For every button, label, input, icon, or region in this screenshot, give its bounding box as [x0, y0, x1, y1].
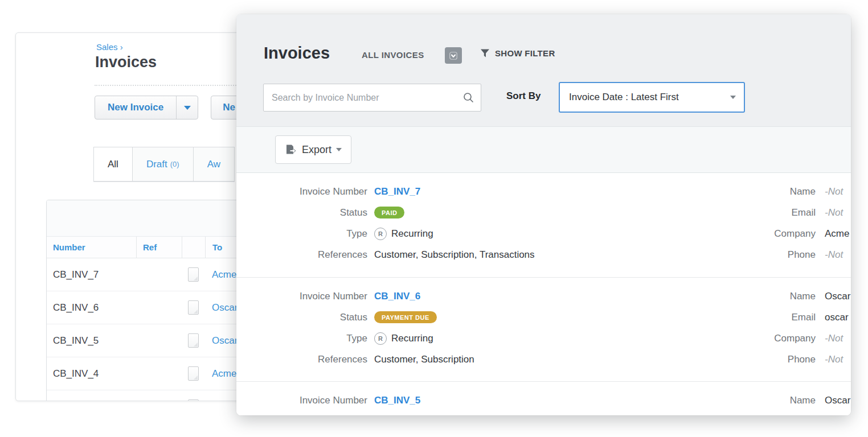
recurring-icon	[374, 332, 387, 345]
invoice-entry[interactable]: Invoice NumberCB_INV_7 StatusPAID TypeRe…	[236, 173, 851, 277]
document-icon	[188, 333, 199, 348]
page-title: Invoices	[95, 53, 157, 71]
field-label: Phone	[759, 354, 816, 365]
field-label: Company	[759, 228, 816, 240]
panel-title: Invoices	[264, 44, 330, 63]
document-icon	[188, 399, 199, 401]
field-label: References	[264, 354, 367, 365]
field-label: Email	[759, 207, 816, 218]
field-label: Status	[264, 312, 367, 323]
field-label: Name	[759, 395, 816, 406]
company-value: -Not	[825, 333, 843, 344]
field-label: Type	[264, 333, 367, 344]
field-label: Company	[759, 333, 816, 344]
caret-down-icon	[730, 96, 736, 99]
customer-link[interactable]: Acme	[212, 368, 236, 380]
invoice-number-link[interactable]: CB_INV_6	[374, 291, 420, 302]
invoice-number-link[interactable]: CB_INV_7	[374, 186, 420, 197]
new-invoice-label[interactable]: New Invoice	[95, 96, 176, 119]
col-header-ref[interactable]: Ref	[136, 237, 182, 258]
phone-value: -Not	[825, 354, 843, 365]
sort-by-label: Sort By	[506, 90, 541, 102]
invoice-entry[interactable]: Invoice NumberCB_INV_5 StatusPAYMENT DUE…	[236, 381, 851, 415]
export-icon	[285, 144, 297, 156]
field-label: References	[264, 249, 367, 261]
search-icon[interactable]	[463, 92, 474, 103]
field-label: Status	[264, 207, 367, 218]
name-value: Oscar	[825, 291, 850, 302]
new-invoice-dropdown[interactable]	[176, 96, 198, 119]
field-label: Invoice Number	[264, 186, 367, 197]
tab-all[interactable]: All	[93, 147, 133, 182]
customer-link[interactable]: Acme	[212, 269, 236, 281]
invoice-entry[interactable]: Invoice NumberCB_INV_6 StatusPAYMENT DUE…	[236, 277, 851, 381]
name-value: -Not	[825, 186, 843, 197]
show-filter-button[interactable]: SHOW FILTER	[480, 48, 555, 58]
customer-link[interactable]: Oscar	[212, 302, 238, 314]
filter-funnel-icon	[480, 48, 490, 58]
invoice-search-box[interactable]	[263, 84, 481, 112]
search-input[interactable]	[272, 93, 463, 103]
field-label: Email	[759, 312, 816, 323]
col-header-attachment	[182, 237, 205, 258]
breadcrumb[interactable]: Sales ›	[96, 42, 123, 52]
tab-awaiting[interactable]: Aw	[194, 147, 235, 182]
view-selector-label[interactable]: ALL INVOICES	[362, 50, 424, 60]
field-label: Invoice Number	[264, 291, 367, 302]
recurring-icon	[374, 228, 387, 240]
email-value: oscar	[825, 312, 849, 323]
panel-header: Invoices ALL INVOICES SHOW FILTER	[236, 14, 851, 127]
caret-down-icon	[184, 106, 191, 110]
document-icon	[188, 366, 199, 381]
customer-link[interactable]: Oscar	[212, 401, 238, 402]
references-value: Customer, Subscription, Transactions	[374, 249, 535, 261]
page: Sales › Invoices New Invoice Ne All Draf…	[0, 0, 868, 437]
field-label: Phone	[759, 249, 816, 261]
document-icon	[188, 267, 199, 282]
tab-draft-count: (0)	[170, 160, 179, 168]
field-label: Name	[759, 186, 816, 197]
field-label: Name	[759, 291, 816, 302]
status-badge: PAYMENT DUE	[374, 311, 437, 323]
export-button[interactable]: Export	[275, 135, 351, 164]
name-value: Oscar	[825, 395, 850, 406]
view-selector-dropdown-button[interactable]	[445, 47, 462, 64]
new-invoice-button[interactable]: New Invoice	[95, 96, 198, 119]
tab-draft[interactable]: Draft (0)	[133, 147, 194, 182]
invoice-number-link[interactable]: CB_INV_5	[374, 395, 420, 406]
field-label: Type	[264, 228, 367, 240]
caret-down-icon	[336, 148, 342, 151]
document-icon	[188, 300, 199, 315]
sort-select[interactable]: Invoice Date : Latest First	[559, 82, 745, 113]
references-value: Customer, Subscription	[374, 354, 474, 365]
field-label: Invoice Number	[264, 395, 367, 406]
chevron-down-icon	[449, 52, 457, 60]
email-value: -Not	[825, 207, 843, 218]
panel-toolbar: Export	[236, 127, 851, 173]
invoices-detail-panel: Invoices ALL INVOICES SHOW FILTER	[236, 14, 851, 415]
company-value: Acme	[825, 228, 849, 240]
invoice-entries: Invoice NumberCB_INV_7 StatusPAID TypeRe…	[236, 173, 851, 415]
invoice-tabs: All Draft (0) Aw	[93, 147, 235, 182]
phone-value: -Not	[825, 249, 843, 261]
status-badge: PAID	[374, 207, 404, 218]
col-header-number[interactable]: Number	[47, 237, 136, 258]
customer-link[interactable]: Oscar	[212, 335, 238, 347]
